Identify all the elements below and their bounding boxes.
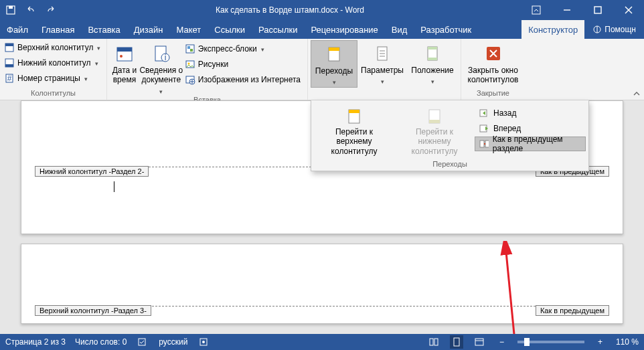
save-icon[interactable]: [3, 2, 19, 18]
datetime-button[interactable]: Дата и время: [110, 40, 139, 85]
svg-point-17: [120, 55, 123, 58]
link-previous-button[interactable]: Как в предыдущем разделе: [475, 137, 586, 151]
datetime-label: Дата и время: [110, 66, 139, 85]
svg-rect-47: [485, 141, 489, 147]
group-label-headers: Колонтитулы: [3, 89, 104, 100]
tell-me[interactable]: Помощн: [584, 20, 644, 39]
svg-rect-41: [349, 110, 359, 113]
macro-icon[interactable]: [197, 335, 210, 349]
spellcheck-icon[interactable]: [136, 335, 149, 349]
same-as-previous-tag-2: Как в предыдущем: [536, 305, 609, 316]
quickparts-button[interactable]: Экспресс-блоки: [183, 41, 305, 56]
pictures-label: Рисунки: [198, 60, 228, 69]
tab-references[interactable]: Ссылки: [208, 20, 252, 39]
tab-review[interactable]: Рецензирование: [304, 20, 384, 39]
undo-icon[interactable]: [23, 2, 39, 18]
goto-button[interactable]: Переходы: [311, 40, 357, 88]
goto-header-label: Перейти к верхнему колонтитулу: [318, 127, 390, 156]
svg-text:#: #: [7, 74, 12, 83]
svg-point-51: [202, 341, 205, 343]
online-pictures-button[interactable]: Изображения из Интернета: [183, 72, 305, 87]
position-label: Положение: [411, 66, 453, 75]
svg-rect-35: [428, 47, 437, 50]
redo-icon[interactable]: [43, 2, 59, 18]
options-icon: [372, 43, 393, 64]
docinfo-icon: i: [151, 43, 172, 64]
goto-icon: [323, 43, 345, 65]
options-label: Параметры: [361, 66, 404, 75]
svg-rect-12: [5, 64, 13, 67]
svg-point-25: [187, 63, 189, 65]
collapse-ribbon-icon[interactable]: [632, 89, 641, 98]
svg-rect-10: [5, 43, 13, 46]
close-button[interactable]: [613, 0, 644, 20]
pictures-button[interactable]: Рисунки: [183, 57, 305, 72]
tab-layout[interactable]: Макет: [169, 20, 208, 39]
tab-insert[interactable]: Вставка: [81, 20, 127, 39]
svg-rect-2: [532, 6, 540, 14]
calendar-icon: [114, 43, 135, 64]
close-hf-label: Закрыть окно колонтитулов: [464, 66, 522, 85]
position-button[interactable]: Положение: [407, 40, 458, 86]
picture-icon: [185, 59, 195, 70]
svg-rect-16: [117, 48, 132, 52]
svg-rect-49: [139, 339, 145, 345]
window-title: Как сделать в Ворде штамп.docx - Word: [59, 5, 521, 15]
maximize-button[interactable]: [582, 0, 613, 20]
svg-rect-55: [475, 339, 483, 345]
online-picture-icon: [185, 74, 195, 85]
zoom-level[interactable]: 110 %: [616, 337, 639, 347]
view-web-icon[interactable]: [473, 335, 486, 349]
close-hf-icon: [483, 43, 504, 64]
tab-mailings[interactable]: Рассылки: [252, 20, 304, 39]
svg-rect-36: [428, 58, 437, 60]
docinfo-label: Сведения о документе: [139, 66, 183, 85]
header-icon: [4, 42, 15, 53]
zoom-out-button[interactable]: −: [495, 337, 508, 347]
options-button[interactable]: Параметры: [357, 40, 407, 86]
page-number-button[interactable]: # Номер страницы: [3, 71, 104, 86]
header-button[interactable]: Верхний колонтитул: [3, 40, 104, 55]
nav-forward-label: Вперед: [493, 124, 521, 133]
status-language[interactable]: русский: [159, 337, 187, 347]
svg-text:i: i: [165, 53, 167, 62]
goto-footer-button: Перейти к нижнему колонтитулу: [394, 104, 475, 159]
link-previous-label: Как в предыдущем разделе: [493, 135, 581, 153]
tab-home[interactable]: Главная: [35, 20, 81, 39]
close-hf-button[interactable]: Закрыть окно колонтитулов: [464, 40, 522, 85]
status-page[interactable]: Страница 2 из 3: [5, 337, 66, 347]
svg-rect-22: [187, 46, 190, 49]
goto-header-button[interactable]: Перейти к верхнему колонтитулу: [314, 104, 394, 159]
docinfo-button[interactable]: i Сведения о документе: [139, 40, 183, 96]
header-label: Верхний колонтитул: [17, 43, 93, 52]
svg-rect-54: [454, 338, 459, 346]
view-print-icon[interactable]: [450, 335, 463, 349]
status-words[interactable]: Число слов: 0: [75, 337, 127, 347]
zoom-slider[interactable]: [517, 341, 584, 343]
nav-back-button[interactable]: Назад: [475, 106, 586, 120]
nav-forward-button[interactable]: Вперед: [475, 121, 586, 136]
nav-back-label: Назад: [493, 108, 516, 118]
minimize-button[interactable]: [552, 0, 582, 20]
help-label: Помощн: [605, 25, 636, 34]
quickparts-label: Экспресс-блоки: [198, 44, 257, 54]
page-3[interactable]: Верхний колонтитул -Раздел 3- Как в пред…: [21, 244, 623, 324]
tab-developer[interactable]: Разработчик: [414, 20, 478, 39]
svg-rect-52: [430, 339, 433, 345]
view-read-icon[interactable]: [427, 335, 440, 349]
footer-icon: [4, 58, 15, 68]
quickparts-icon: [185, 43, 195, 54]
tab-file[interactable]: Файл: [0, 20, 35, 39]
svg-rect-23: [190, 49, 193, 52]
page-number-label: Номер страницы: [17, 74, 80, 83]
tab-design[interactable]: Дизайн: [127, 20, 170, 39]
svg-rect-1: [9, 6, 13, 9]
footer-button[interactable]: Нижний колонтитул: [3, 56, 104, 70]
ribbon-options-icon[interactable]: [521, 0, 552, 20]
goto-footer-label: Перейти к нижнему колонтитулу: [398, 127, 471, 156]
tab-view[interactable]: Вид: [385, 20, 414, 39]
zoom-in-button[interactable]: +: [594, 337, 607, 347]
tab-designer[interactable]: Конструктор: [521, 20, 584, 39]
text-cursor: [114, 181, 114, 192]
footer-label: Нижний колонтитул: [17, 58, 91, 68]
